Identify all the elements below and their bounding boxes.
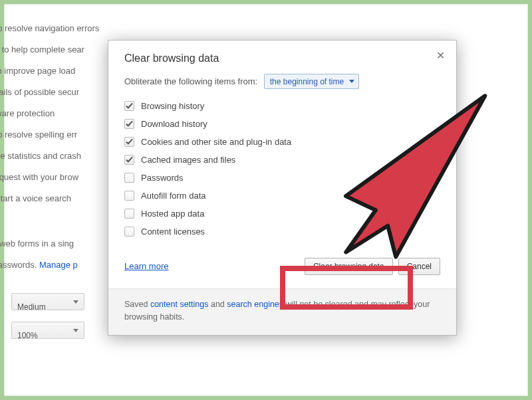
check-icon: [126, 102, 133, 110]
checkbox-row: Content licenses: [124, 223, 440, 241]
checkbox-row: Cookies and other site and plug-in data: [124, 133, 440, 151]
intro-text: Obliterate the following items from:: [124, 76, 257, 86]
checkbox-label: Cookies and other site and plug-in data: [141, 137, 291, 147]
checkbox-row: Cached images and files: [124, 151, 440, 169]
checkbox-label: Cached images and files: [141, 155, 235, 165]
clear-browsing-dialog: Clear browsing data ✕ Obliterate the fol…: [108, 40, 457, 336]
checkbox-label: Passwords: [141, 173, 184, 183]
checkbox-list: Browsing historyDownload historyCookies …: [124, 97, 440, 241]
close-icon[interactable]: ✕: [434, 50, 447, 63]
clear-browsing-data-button[interactable]: Clear browsing data: [305, 258, 393, 275]
checkbox-label: Browsing history: [141, 101, 204, 111]
dialog-actions: Learn more Clear browsing data Cancel: [108, 249, 456, 288]
checkbox-label: Autofill form data: [141, 191, 206, 201]
bg-text: ur web passwords.: [0, 260, 37, 270]
checkbox-label: Hosted app data: [141, 209, 204, 219]
bg-line: ce to help resolve navigation errors: [0, 18, 164, 39]
checkbox-row: Download history: [124, 115, 440, 133]
footer-text: Saved: [124, 300, 150, 309]
checkbox-row: Autofill form data: [124, 187, 440, 205]
content-settings-link[interactable]: content settings: [150, 300, 209, 309]
checkbox[interactable]: [124, 101, 134, 111]
checkbox[interactable]: [124, 209, 134, 219]
chevron-down-icon: [73, 300, 78, 304]
check-icon: [126, 120, 133, 128]
learn-more-link[interactable]: Learn more: [124, 261, 168, 271]
checkbox-label: Download history: [141, 119, 207, 129]
chevron-down-icon: [349, 80, 354, 83]
bg-select-medium[interactable]: Medium: [11, 293, 84, 310]
intro-row: Obliterate the following items from: the…: [124, 74, 440, 89]
checkbox-row: Hosted app data: [124, 205, 440, 223]
checkbox[interactable]: [124, 137, 134, 147]
right-actions: Clear browsing data Cancel: [305, 258, 440, 275]
checkbox-row: Passwords: [124, 169, 440, 187]
dialog-title: Clear browsing data: [124, 52, 440, 64]
check-icon: [126, 156, 133, 163]
cancel-button[interactable]: Cancel: [398, 258, 440, 275]
checkbox[interactable]: [124, 119, 134, 129]
checkbox[interactable]: [124, 173, 134, 183]
time-range-dropdown[interactable]: the beginning of time: [264, 74, 359, 89]
checkbox-label: Content licenses: [141, 227, 205, 237]
checkbox[interactable]: [124, 191, 134, 201]
time-range-value: the beginning of time: [270, 77, 344, 86]
dialog-footer: Saved content settings and search engine…: [108, 288, 456, 336]
bg-select-label: 100%: [17, 331, 38, 340]
bg-select-zoom[interactable]: 100%: [11, 322, 84, 339]
dialog-body: Obliterate the following items from: the…: [108, 70, 456, 249]
check-icon: [126, 138, 133, 146]
dialog-header: Clear browsing data ✕: [108, 41, 456, 70]
chevron-down-icon: [73, 329, 78, 332]
footer-text: and: [208, 300, 227, 309]
bg-link[interactable]: Manage p: [39, 260, 78, 270]
checkbox[interactable]: [124, 155, 134, 165]
bg-select-label: Medium: [17, 302, 46, 312]
search-engines-link[interactable]: search engines: [227, 300, 283, 309]
checkbox-row: Browsing history: [124, 97, 440, 115]
checkbox[interactable]: [124, 227, 134, 237]
